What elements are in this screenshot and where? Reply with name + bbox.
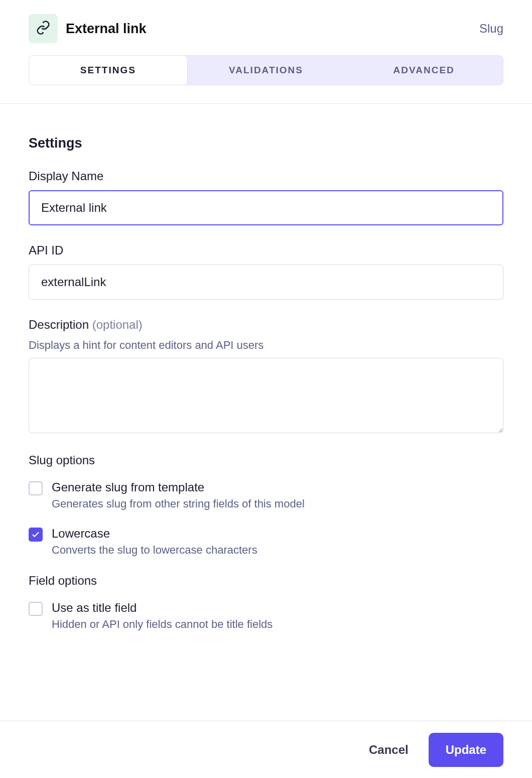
link-icon xyxy=(36,20,51,37)
description-optional: (optional) xyxy=(92,318,143,331)
field-display-name: Display Name xyxy=(29,169,503,225)
section-title-settings: Settings xyxy=(29,136,503,151)
option-generate-slug: Generate slug from template Generates sl… xyxy=(29,480,503,510)
description-label: Description (optional) xyxy=(29,318,503,332)
description-hint: Displays a hint for content editors and … xyxy=(29,339,503,352)
generate-slug-checkbox[interactable] xyxy=(29,481,43,495)
description-textarea[interactable] xyxy=(29,358,503,433)
title-field-text: Use as title field Hidden or API only fi… xyxy=(52,601,273,631)
content-scroll[interactable]: Settings Display Name API ID Description… xyxy=(0,110,532,721)
description-label-text: Description xyxy=(29,318,89,331)
title-field-checkbox[interactable] xyxy=(29,602,43,616)
field-description: Description (optional) Displays a hint f… xyxy=(29,318,503,435)
api-id-label: API ID xyxy=(29,243,503,257)
field-icon-tile xyxy=(29,14,58,43)
option-title-field: Use as title field Hidden or API only fi… xyxy=(29,601,503,631)
settings-panel: Settings Display Name API ID Description… xyxy=(0,110,532,667)
lowercase-checkbox[interactable] xyxy=(29,528,43,542)
lowercase-text: Lowercase Converts the slug to lowercase… xyxy=(52,527,257,557)
modal-header: External link Slug xyxy=(0,0,532,55)
slug-options-title: Slug options xyxy=(29,453,503,467)
tab-advanced[interactable]: ADVANCED xyxy=(345,56,503,85)
display-name-input[interactable] xyxy=(29,190,503,225)
generate-slug-desc: Generates slug from other string fields … xyxy=(52,497,305,510)
title-field-label: Use as title field xyxy=(52,601,273,615)
generate-slug-label: Generate slug from template xyxy=(52,480,305,494)
tab-settings[interactable]: SETTINGS xyxy=(29,55,188,85)
lowercase-desc: Converts the slug to lowercase character… xyxy=(52,544,257,557)
generate-slug-text: Generate slug from template Generates sl… xyxy=(52,480,305,510)
cancel-button[interactable]: Cancel xyxy=(369,743,409,757)
tab-bar: SETTINGS VALIDATIONS ADVANCED xyxy=(29,55,503,85)
page-title: External link xyxy=(66,21,147,37)
tab-validations[interactable]: VALIDATIONS xyxy=(187,56,345,85)
field-api-id: API ID xyxy=(29,243,503,300)
lowercase-label: Lowercase xyxy=(52,527,257,541)
field-options-title: Field options xyxy=(29,574,503,588)
header-left: External link xyxy=(29,14,147,43)
update-button[interactable]: Update xyxy=(429,733,503,767)
title-field-desc: Hidden or API only fields cannot be titl… xyxy=(52,618,273,631)
header-divider xyxy=(0,103,532,104)
field-type-label: Slug xyxy=(479,22,503,36)
option-lowercase: Lowercase Converts the slug to lowercase… xyxy=(29,527,503,557)
display-name-label: Display Name xyxy=(29,169,503,183)
api-id-input[interactable] xyxy=(29,265,503,300)
modal-footer: Cancel Update xyxy=(0,721,532,778)
